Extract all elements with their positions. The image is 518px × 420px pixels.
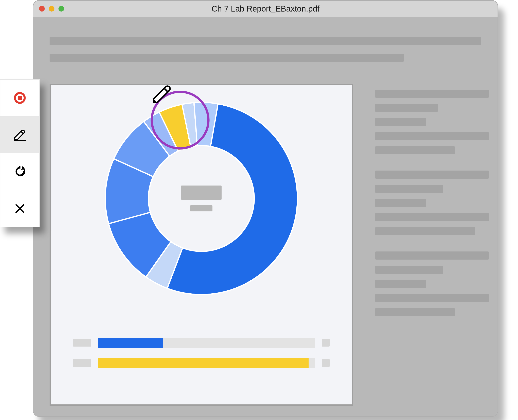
placeholder-bar — [73, 359, 91, 367]
placeholder-bar — [375, 104, 438, 112]
placeholder-bar — [190, 205, 212, 211]
record-stop-icon — [14, 92, 26, 104]
placeholder-bar — [375, 185, 443, 193]
progress-bars — [73, 338, 330, 378]
traffic-lights — [39, 6, 64, 12]
placeholder-bar — [375, 251, 489, 260]
progress-track — [98, 338, 315, 348]
titlebar: Ch 7 Lab Report_EBaxton.pdf — [33, 1, 498, 17]
placeholder-bar — [375, 280, 426, 288]
placeholder-bar — [181, 186, 222, 200]
progress-row — [73, 338, 330, 348]
close-window-dot[interactable] — [39, 6, 45, 12]
close-button[interactable] — [0, 190, 39, 227]
sidebar-placeholder — [375, 90, 489, 322]
progress-fill-yellow — [98, 358, 308, 368]
placeholder-bar — [375, 171, 489, 179]
progress-fill-blue — [98, 338, 163, 348]
minimize-window-dot[interactable] — [49, 6, 54, 12]
close-icon — [14, 203, 25, 214]
redo-button[interactable] — [0, 153, 39, 190]
app-window: Ch 7 Lab Report_EBaxton.pdf — [33, 0, 498, 417]
progress-row — [73, 358, 330, 368]
header-placeholder — [50, 37, 481, 70]
placeholder-bar — [375, 118, 426, 126]
pencil-icon — [151, 83, 173, 105]
placeholder-bar — [322, 359, 330, 367]
pencil-icon — [13, 128, 27, 142]
placeholder-bar — [375, 90, 489, 98]
document-card — [50, 84, 353, 406]
window-body — [33, 17, 498, 416]
placeholder-bar — [375, 294, 489, 302]
placeholder-bar — [375, 132, 489, 140]
placeholder-bar — [375, 308, 455, 316]
window-title: Ch 7 Lab Report_EBaxton.pdf — [33, 4, 498, 13]
placeholder-bar — [322, 339, 330, 346]
draw-pencil-button[interactable] — [0, 117, 39, 153]
record-stop-button[interactable] — [0, 80, 39, 117]
placeholder-bar — [375, 213, 489, 221]
placeholder-bar — [375, 199, 426, 207]
placeholder-bar — [375, 227, 475, 235]
placeholder-bar — [375, 266, 443, 274]
placeholder-bar — [375, 146, 455, 154]
maximize-window-dot[interactable] — [59, 6, 64, 12]
redo-icon — [14, 165, 26, 178]
placeholder-bar — [50, 37, 481, 45]
annotation-toolbar — [0, 79, 40, 227]
placeholder-bar — [73, 339, 91, 346]
progress-track — [98, 358, 315, 368]
placeholder-bar — [50, 54, 404, 62]
donut-center-label — [181, 186, 222, 211]
donut-chart — [100, 97, 302, 300]
